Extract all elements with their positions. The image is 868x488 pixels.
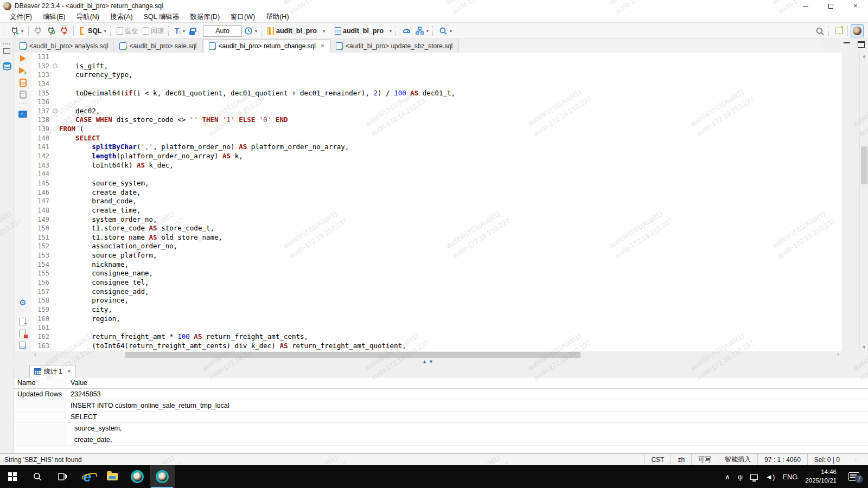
tray-expand-icon[interactable]: ∧	[725, 473, 730, 481]
menu-item-0[interactable]: 文件(F)	[4, 11, 37, 23]
panel-splitter[interactable]: ▲▼	[0, 358, 868, 365]
code-text: CASE WHEN dis_store_code <> '' THEN '1' …	[59, 115, 288, 125]
execute-statement-button[interactable]	[14, 53, 31, 65]
code-text: city,	[59, 305, 112, 314]
rollback-icon	[143, 27, 149, 35]
execute-new-tab-button[interactable]: +	[14, 65, 31, 76]
close-icon[interactable]: ×	[67, 368, 71, 375]
code-token: (	[75, 125, 84, 133]
panel-collapse-icons[interactable]: ▲▼	[422, 359, 435, 364]
export-result-button[interactable]: →	[14, 316, 31, 328]
explain-plan-button[interactable]	[14, 88, 31, 100]
table-row[interactable]: Updated Rows23245853	[14, 389, 868, 400]
maximize-button[interactable]	[818, 0, 843, 12]
fold-column	[52, 161, 59, 170]
line-number: 139	[31, 125, 52, 134]
notification-center-button[interactable]: 7	[848, 472, 859, 481]
table-row[interactable]: source_system,	[14, 423, 868, 434]
dashboard-button[interactable]	[400, 24, 413, 37]
column-header-name[interactable]: Name	[14, 377, 66, 388]
statistics-tab[interactable]: 统计 1 ×	[29, 365, 76, 377]
restore-view-icon[interactable]	[3, 48, 10, 54]
horizontal-scrollbar[interactable]: ‹ ›	[31, 351, 842, 358]
drag-handle-icon[interactable]: ▪▪▪▪	[0, 41, 14, 46]
search-button[interactable]: ▾	[437, 24, 454, 37]
show-output-button[interactable]: (ω)	[14, 339, 31, 351]
network-icon[interactable]	[750, 474, 758, 480]
close-icon[interactable]: ×	[321, 42, 324, 50]
sql-code-editor[interactable]: 131132− is_gift,133 currency_type,134135…	[31, 53, 842, 351]
dbeaver-perspective-button[interactable]	[851, 24, 864, 37]
status-message: String 'SBZ_HIS' not found	[0, 456, 82, 464]
scrollbar-thumb[interactable]	[861, 146, 867, 184]
close-button[interactable]: ×	[843, 0, 868, 12]
language-indicator[interactable]: ENG	[782, 473, 797, 481]
menu-bar: 文件(F)编辑(E)导航(N)搜索(A)SQL 编辑器数据库(D)窗口(W)帮助…	[0, 12, 868, 23]
minimize-button[interactable]	[793, 0, 818, 12]
topology-button[interactable]: ▾	[413, 24, 431, 37]
code-token: t1.store_code	[59, 224, 149, 232]
menu-item-2[interactable]: 导航(N)	[71, 11, 105, 23]
sql-editor-button[interactable]: SQL ▾	[76, 24, 108, 37]
dbeaver-taskbar-button-active[interactable]	[150, 465, 175, 488]
transaction-log-button[interactable]: T⁞ ▾	[173, 24, 187, 37]
disconnect-button[interactable]: ×	[58, 24, 71, 37]
fold-icon[interactable]: −	[53, 63, 58, 68]
scroll-right-icon[interactable]: ›	[834, 351, 842, 358]
commit-mode-select[interactable]: Auto	[203, 25, 242, 37]
file-explorer-button[interactable]	[100, 465, 125, 488]
line-number: 131	[31, 53, 52, 62]
scrollbar-thumb[interactable]	[125, 352, 580, 358]
table-row[interactable]: SELECT	[14, 412, 868, 423]
maximize-editor-icon[interactable]	[858, 41, 865, 48]
database-navigator-icon[interactable]	[2, 61, 12, 71]
menu-item-7[interactable]: 帮助(H)	[260, 11, 294, 23]
editor-tab-3[interactable]: <audit_bi_pro> update_sbz_store.sql	[330, 39, 458, 53]
speaker-icon[interactable]: ◄)	[765, 473, 775, 481]
taskbar-clock[interactable]: 14:46 2025/10/21	[805, 468, 837, 485]
menu-item-6[interactable]: 窗口(W)	[225, 11, 260, 23]
task-view-button[interactable]	[50, 465, 75, 488]
commit-button[interactable]: 提交	[114, 24, 141, 37]
menu-item-3[interactable]: 搜索(A)	[105, 11, 138, 23]
database-selector[interactable]: audit_bi_pro ▾	[333, 24, 394, 37]
table-row[interactable]: create_date,	[14, 434, 868, 446]
chevron-down-icon: ▾	[183, 29, 185, 34]
save-errors-button[interactable]: !	[14, 328, 31, 339]
connect-button[interactable]	[31, 24, 44, 37]
menu-item-4[interactable]: SQL 编辑器	[138, 11, 185, 23]
table-row[interactable]: INSERT INTO custom_online_sale_return_tm…	[14, 400, 868, 412]
column-header-value[interactable]: Value	[66, 377, 868, 388]
editor-tab-0[interactable]: <audit_bi_pro> analysis.sql	[14, 39, 114, 53]
open-sql-console-button[interactable]: >_	[14, 108, 31, 120]
vertical-scrollbar[interactable]: ▲ ▼	[859, 53, 868, 351]
new-connection-button[interactable]: + ▾	[8, 24, 25, 37]
open-perspective-button[interactable]	[833, 24, 845, 37]
usb-icon[interactable]: ψ	[738, 473, 743, 481]
dbeaver-taskbar-button[interactable]	[125, 465, 150, 488]
notification-badge: 7	[855, 475, 863, 483]
taskbar-search-button[interactable]	[25, 465, 50, 488]
history-button[interactable]: ▾	[242, 24, 259, 37]
menu-item-5[interactable]: 数据库(D)	[184, 11, 225, 23]
scroll-left-icon[interactable]: ‹	[31, 351, 39, 358]
lock-button[interactable]	[187, 24, 197, 37]
minimize-editor-icon[interactable]	[844, 41, 850, 43]
reconnect-button[interactable]: ↻	[44, 24, 58, 37]
start-button[interactable]	[0, 465, 25, 488]
scroll-up-icon[interactable]: ▲	[860, 53, 868, 60]
code-line: 160 region,	[31, 314, 842, 324]
code-token	[59, 143, 92, 151]
menu-item-1[interactable]: 编辑(E)	[37, 11, 71, 23]
fold-icon[interactable]: −	[53, 108, 58, 113]
editor-tab-1[interactable]: <audit_bi_pro> sale.sql	[114, 39, 202, 53]
rollback-button[interactable]: 回滚	[141, 24, 167, 37]
execute-script-button[interactable]	[14, 76, 31, 88]
scroll-down-icon[interactable]: ▼	[860, 344, 868, 351]
editor-settings-button[interactable]: ⚙	[14, 296, 31, 308]
internet-explorer-button[interactable]: e	[75, 465, 100, 488]
editor-tab-2[interactable]: <audit_bi_pro> return_change.sql×	[203, 39, 330, 53]
quick-access-search-button[interactable]	[813, 24, 827, 37]
connection-selector[interactable]: audit_bi_pro ▾	[265, 24, 327, 37]
code-line: 139FROM (	[31, 125, 842, 134]
